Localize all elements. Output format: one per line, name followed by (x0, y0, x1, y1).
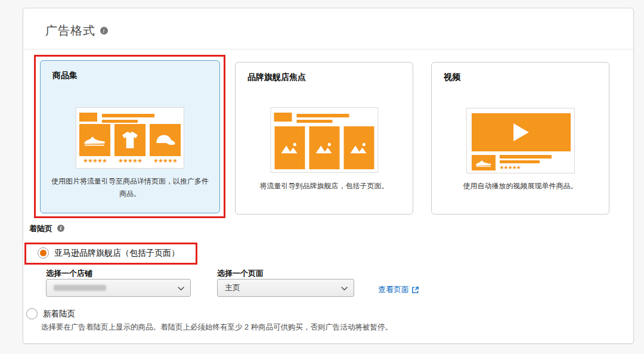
ad-format-card-product-collection[interactable]: 商品集 ★★★★★ (40, 60, 220, 213)
radio-option-new-landing-page[interactable]: 新着陆页 (26, 308, 75, 319)
cap-icon (150, 124, 181, 156)
headline-placeholder (102, 113, 154, 123)
play-icon (472, 113, 571, 151)
chevron-down-icon (178, 287, 184, 291)
store-select-dropdown[interactable] (46, 279, 191, 297)
ad-format-card-video[interactable]: 视频 ★★★★★ 使用自动播放的视频展现单件商品。 (431, 62, 609, 215)
product-tiles: ★★★★★ ★★★★★ ★★★★★ (79, 124, 181, 164)
sneaker-icon (79, 124, 110, 156)
radio-label: 新着陆页 (43, 309, 75, 319)
external-link-icon (411, 286, 419, 294)
headline-line (102, 114, 154, 117)
panel-header: 广告格式i (23, 8, 633, 49)
tshirt-icon (114, 124, 145, 156)
info-icon[interactable]: i (100, 27, 108, 35)
new-landing-page-description: 选择要在广告着陆页上显示的商品。着陆页上必须始终有至少 2 种商品可供购买，否则… (41, 322, 392, 333)
video-illustration: ★★★★★ (466, 108, 575, 173)
page-title-text: 广告格式 (45, 24, 95, 37)
chevron-down-icon (341, 287, 348, 291)
brand-logo-placeholder (274, 113, 292, 122)
card-title: 商品集 (52, 70, 78, 81)
brand-logo-placeholder (79, 113, 97, 122)
star-rating: ★★★★★ (500, 164, 552, 170)
landing-page-section-label: 着陆页i (29, 223, 64, 234)
headline-line (296, 120, 332, 123)
card-title: 品牌旗舰店焦点 (247, 72, 306, 83)
landing-page-label-text: 着陆页 (29, 224, 52, 233)
ad-format-card-store-spotlight[interactable]: 品牌旗舰店焦点 将流量引导到品牌旗舰店，包括 (235, 62, 413, 215)
headline-line (296, 114, 349, 117)
radio-option-brand-store[interactable]: 亚马逊品牌旗舰店（包括子页面） (38, 247, 179, 259)
image-icon (309, 126, 339, 169)
sneaker-icon (472, 155, 496, 170)
product-lines-placeholder: ★★★★★ (500, 155, 552, 170)
store-spotlight-illustration (270, 107, 378, 173)
product-collection-illustration: ★★★★★ ★★★★★ ★★★★★ (76, 107, 184, 169)
radio-label: 亚马逊品牌旗舰店（包括子页面） (54, 248, 179, 259)
store-select-label: 选择一个店铺 (46, 268, 92, 279)
headline-placeholder (296, 113, 349, 123)
view-page-link-text: 查看页面 (378, 284, 409, 295)
image-icon (343, 126, 374, 169)
product-tile: ★★★★★ (150, 124, 181, 164)
headline-line (102, 120, 138, 123)
illustration-header (79, 113, 154, 123)
page-tiles (274, 126, 374, 169)
headline-line (500, 155, 552, 159)
page-title: 广告格式i (45, 23, 108, 39)
card-description: 使用自动播放的视频展现单件商品。 (432, 180, 609, 192)
page-select-value: 主页 (225, 282, 240, 293)
product-tile: ★★★★★ (79, 124, 110, 164)
product-tile: ★★★★★ (114, 124, 145, 164)
illustration-header (274, 113, 349, 123)
headline-line (500, 160, 540, 163)
page-select-dropdown[interactable]: 主页 (217, 279, 354, 297)
redacted-store-name (54, 285, 106, 291)
star-rating: ★★★★★ (79, 158, 110, 164)
view-page-link[interactable]: 查看页面 (378, 284, 419, 295)
star-rating: ★★★★★ (114, 158, 145, 164)
page-select-label: 选择一个页面 (217, 268, 264, 279)
radio-button-checked[interactable] (38, 247, 49, 259)
info-icon[interactable]: i (57, 225, 64, 232)
card-description: 将流量引导到品牌旗舰店，包括子页面。 (236, 180, 413, 192)
ad-format-panel: 广告格式i 商品集 ★★★★★ (23, 8, 634, 344)
card-description: 使用图片将流量引导至商品详情页面，以推广多件商品。 (41, 175, 219, 200)
image-icon (274, 126, 305, 169)
star-rating: ★★★★★ (150, 158, 181, 164)
radio-button-unchecked[interactable] (26, 308, 38, 319)
card-title: 视频 (444, 72, 460, 83)
